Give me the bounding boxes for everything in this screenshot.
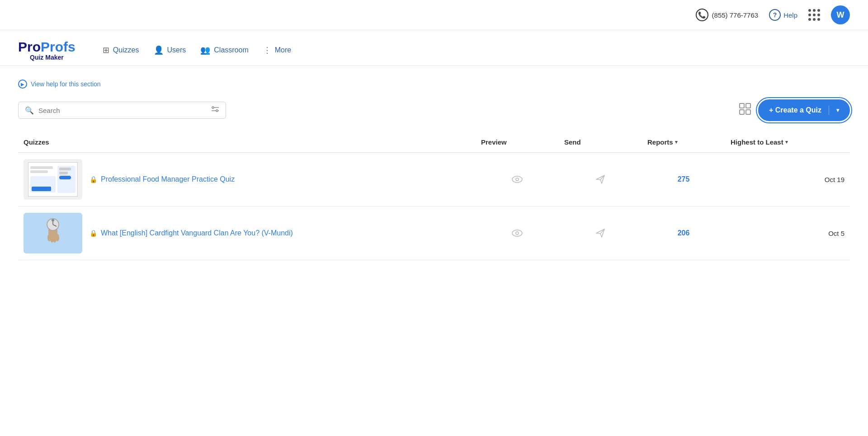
- table-row: 🔒 Professional Food Manager Practice Qui…: [18, 153, 850, 206]
- logo: ProProfs Quiz Maker: [18, 39, 75, 61]
- lock-icon: 🔒: [90, 176, 97, 183]
- svg-point-7: [216, 110, 218, 112]
- grid-view-icon[interactable]: [739, 103, 751, 117]
- quiz-thumbnail-2: [24, 213, 82, 253]
- quiz-name-cell: 🔒 What [English] Cardfight Vanguard Clan…: [18, 206, 476, 260]
- send-cell-2: [559, 206, 642, 260]
- user-avatar[interactable]: W: [831, 5, 850, 24]
- send-icon-1[interactable]: [564, 174, 637, 184]
- button-divider: [829, 106, 829, 115]
- reports-cell-1: 275: [642, 153, 725, 206]
- reports-count-1: 275: [647, 175, 720, 183]
- svg-point-25: [516, 232, 519, 234]
- col-header-preview: Preview: [476, 134, 559, 153]
- nav-quizzes[interactable]: ⊞ Quizzes: [103, 45, 139, 55]
- help-section-link[interactable]: ▶ View help for this section: [18, 80, 850, 89]
- table-header: Quizzes Preview Send Reports ▾ Highest: [18, 134, 850, 153]
- search-input[interactable]: [38, 107, 207, 114]
- date-cell-1: Oct 19: [725, 153, 850, 206]
- reports-sort-icon: ▾: [675, 139, 678, 145]
- main-content: ▶ View help for this section 🔍: [0, 66, 868, 274]
- quiz-thumbnail: [24, 159, 82, 200]
- lock-icon-2: 🔒: [90, 230, 97, 237]
- nav-more-label: More: [275, 46, 291, 54]
- sort-chevron-icon: ▾: [785, 139, 788, 145]
- logo-profs: Profs: [41, 39, 75, 54]
- nav-users-label: Users: [167, 46, 186, 54]
- svg-point-6: [212, 107, 214, 108]
- date-cell-2: Oct 5: [725, 206, 850, 260]
- nav-more[interactable]: ⋮ More: [263, 45, 291, 55]
- nav-quizzes-label: Quizzes: [113, 46, 139, 54]
- send-icon-2[interactable]: [564, 228, 637, 238]
- reports-count-2: 206: [647, 229, 720, 237]
- quiz-table: Quizzes Preview Send Reports ▾ Highest: [18, 134, 850, 260]
- right-actions: + Create a Quiz ▾: [739, 99, 850, 121]
- col-header-quizzes: Quizzes: [18, 134, 476, 153]
- create-quiz-chevron-icon[interactable]: ▾: [836, 107, 839, 113]
- quiz-link-2[interactable]: 🔒 What [English] Cardfight Vanguard Clan…: [90, 229, 293, 237]
- table-body: 🔒 Professional Food Manager Practice Qui…: [18, 153, 850, 260]
- classroom-icon: 👥: [200, 45, 210, 55]
- nav-items: ⊞ Quizzes 👤 Users 👥 Classroom ⋮ More: [103, 45, 292, 55]
- play-icon: ▶: [18, 80, 27, 89]
- quiz-row-name: 🔒 What [English] Cardfight Vanguard Clan…: [24, 213, 470, 253]
- date-1: Oct 19: [731, 176, 844, 183]
- svg-rect-11: [746, 110, 750, 114]
- nav-bar: ProProfs Quiz Maker ⊞ Quizzes 👤 Users 👥 …: [0, 30, 868, 66]
- nav-classroom[interactable]: 👥 Classroom: [200, 45, 248, 55]
- phone-number: (855) 776-7763: [712, 11, 759, 19]
- svg-rect-9: [746, 103, 750, 108]
- search-box[interactable]: 🔍: [18, 102, 226, 119]
- svg-point-24: [512, 230, 522, 236]
- quiz-link-1[interactable]: 🔒 Professional Food Manager Practice Qui…: [90, 175, 235, 183]
- svg-point-12: [512, 176, 522, 183]
- search-actions-row: 🔍: [18, 99, 850, 121]
- col-header-reports[interactable]: Reports ▾: [642, 134, 725, 153]
- create-quiz-button[interactable]: + Create a Quiz ▾: [758, 99, 850, 121]
- help-icon: ?: [769, 9, 781, 21]
- svg-point-13: [516, 178, 519, 181]
- quizzes-icon: ⊞: [103, 45, 109, 55]
- search-icon: 🔍: [25, 106, 34, 115]
- reports-cell-2: 206: [642, 206, 725, 260]
- svg-rect-10: [740, 110, 744, 114]
- phone-icon: 📞: [696, 9, 708, 21]
- quiz-name-cell: 🔒 Professional Food Manager Practice Qui…: [18, 153, 476, 206]
- preview-icon-2[interactable]: [481, 229, 553, 237]
- send-cell-1: [559, 153, 642, 206]
- quiz-row-name: 🔒 Professional Food Manager Practice Qui…: [24, 159, 470, 200]
- quiz-name-2: What [English] Cardfight Vanguard Clan A…: [101, 229, 293, 237]
- date-2: Oct 5: [731, 230, 844, 237]
- svg-rect-8: [740, 103, 744, 108]
- top-bar: 📞 (855) 776-7763 ? Help W: [0, 0, 868, 30]
- preview-cell-2: [476, 206, 559, 260]
- create-quiz-label: + Create a Quiz: [769, 106, 821, 114]
- nav-users[interactable]: 👤 Users: [154, 45, 186, 55]
- logo-pro: Pro: [18, 39, 41, 54]
- help-label: Help: [783, 11, 797, 19]
- help-link[interactable]: ? Help: [769, 9, 797, 21]
- quiz-name-1: Professional Food Manager Practice Quiz: [101, 175, 235, 183]
- phone-info: 📞 (855) 776-7763: [696, 9, 759, 21]
- help-section-text: View help for this section: [31, 80, 101, 88]
- apps-grid-icon[interactable]: [808, 9, 820, 21]
- col-header-send: Send: [559, 134, 642, 153]
- users-icon: 👤: [154, 45, 164, 55]
- table-row: 🔒 What [English] Cardfight Vanguard Clan…: [18, 206, 850, 260]
- preview-icon-1[interactable]: [481, 175, 553, 183]
- logo-sub: Quiz Maker: [18, 54, 75, 61]
- nav-classroom-label: Classroom: [214, 46, 248, 54]
- col-header-sort[interactable]: Highest to Least ▾: [725, 134, 850, 153]
- svg-point-23: [56, 234, 59, 241]
- preview-cell-1: [476, 153, 559, 206]
- filter-icon[interactable]: [211, 106, 219, 115]
- more-dots-icon: ⋮: [263, 45, 271, 55]
- svg-rect-19: [52, 219, 54, 221]
